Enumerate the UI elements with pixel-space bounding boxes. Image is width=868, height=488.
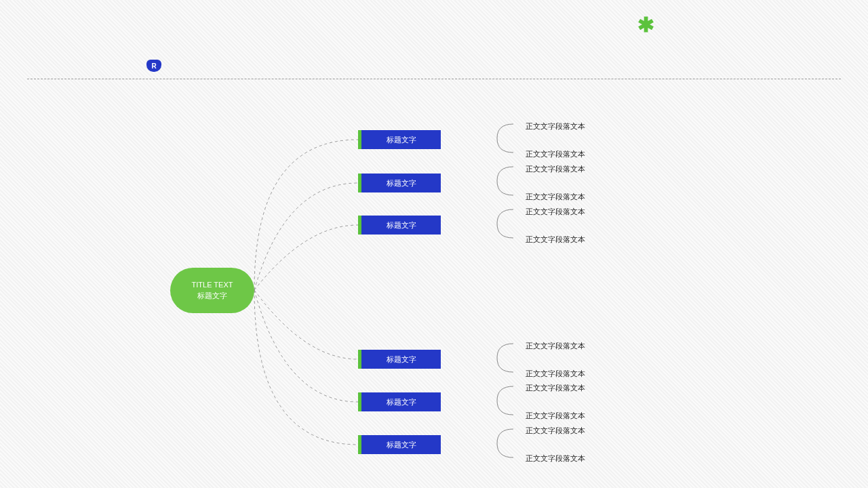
bracket-icon [493,122,517,155]
body-text: 正文文字段落文本 [526,149,585,159]
body-text: 正文文字段落文本 [526,411,585,421]
branch-node-6: 标题文字 [358,435,441,454]
root-node: TITLE TEXT 标题文字 [170,268,254,313]
root-title-en: TITLE TEXT [192,280,233,290]
body-text: 正文文字段落文本 [526,207,585,217]
bracket-icon [493,165,517,197]
body-text: 正文文字段落文本 [526,383,585,393]
branch-node-2: 标题文字 [358,174,441,192]
branch-node-5: 标题文字 [358,392,441,411]
branch-node-1: 标题文字 [358,130,441,149]
body-text: 正文文字段落文本 [526,453,585,464]
body-text: 正文文字段落文本 [526,192,585,202]
node-title: 标题文字 [361,174,441,192]
body-text: 正文文字段落文本 [526,426,585,436]
connector-arcs [0,0,868,488]
bracket-icon [493,427,517,460]
node-title: 标题文字 [361,435,441,454]
bracket-icon [493,384,517,417]
body-text: 正文文字段落文本 [526,121,585,131]
node-title: 标题文字 [361,130,441,149]
bracket-icon [493,342,517,374]
root-title-cn: 标题文字 [197,291,227,301]
body-text: 正文文字段落文本 [526,341,585,351]
branch-node-4: 标题文字 [358,350,441,369]
body-text: 正文文字段落文本 [526,235,585,245]
node-title: 标题文字 [361,392,441,411]
bracket-icon [493,207,517,240]
node-title: 标题文字 [361,216,441,235]
branch-node-3: 标题文字 [358,216,441,235]
node-title: 标题文字 [361,350,441,369]
body-text: 正文文字段落文本 [526,164,585,174]
body-text: 正文文字段落文本 [526,369,585,379]
